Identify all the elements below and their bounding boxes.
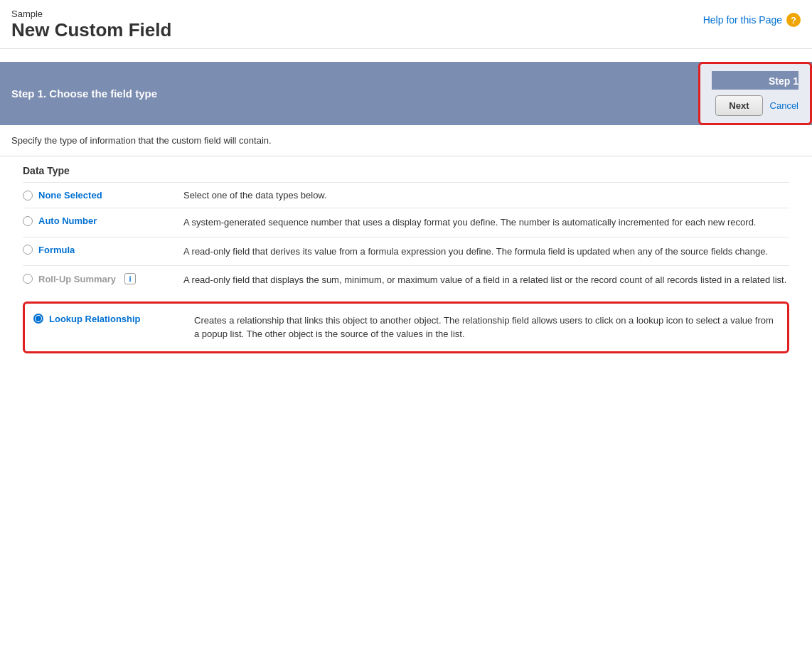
step-label-right: Step 1 [712,71,798,90]
next-button[interactable]: Next [715,95,762,116]
description-text: Specify the type of information that the… [0,125,812,156]
roll-up-summary-left: Roll-Up Summary i [23,273,172,284]
radio-formula[interactable] [23,245,33,255]
sample-label: Sample [11,9,171,19]
none-selected-left: None Selected [23,190,172,201]
auto-number-desc: A system-generated sequence number that … [183,215,789,230]
radio-none-selected[interactable] [23,191,33,201]
help-link-text: Help for this Page [703,14,782,26]
step-buttons: Next Cancel [715,95,798,116]
lookup-relationship-desc: Creates a relationship that links this o… [194,314,779,341]
step-banner-title: Step 1. Choose the field type [0,80,169,107]
formula-left: Formula [23,245,172,255]
page-title-section: Sample New Custom Field [11,9,171,41]
data-type-section: Data Type None Selected Select one of th… [11,156,801,353]
option-row-auto-number: Auto Number A system-generated sequence … [23,208,789,237]
formula-desc: A read-only field that derives its value… [183,245,789,259]
step-actions-box: Step 1 Next Cancel [698,62,812,125]
radio-roll-up-summary[interactable] [23,274,33,284]
help-icon: ? [786,13,801,27]
none-selected-label[interactable]: None Selected [38,190,102,201]
cancel-button[interactable]: Cancel [770,100,798,111]
none-selected-desc: Select one of the data types below. [183,190,789,201]
radio-auto-number[interactable] [23,216,33,226]
page-header: Sample New Custom Field Help for this Pa… [0,0,812,49]
option-row-formula: Formula A read-only field that derives i… [23,237,789,266]
auto-number-left: Auto Number [23,215,172,226]
help-link[interactable]: Help for this Page ? [703,9,801,27]
radio-lookup-relationship[interactable] [33,314,43,324]
lookup-relationship-label[interactable]: Lookup Relationship [49,314,141,324]
auto-number-label[interactable]: Auto Number [38,215,97,226]
lookup-relationship-left: Lookup Relationship [33,314,183,324]
page-title: New Custom Field [11,19,171,41]
step-banner: Step 1. Choose the field type Step 1 Nex… [0,62,812,125]
roll-up-summary-label[interactable]: Roll-Up Summary [38,274,116,284]
info-icon-roll-up[interactable]: i [124,273,136,284]
data-type-header: Data Type [23,156,789,182]
formula-label[interactable]: Formula [38,245,75,255]
option-row-lookup-relationship: Lookup Relationship Creates a relationsh… [23,302,789,353]
option-row-roll-up-summary: Roll-Up Summary i A read-only field that… [23,265,789,294]
main-content: Data Type None Selected Select one of th… [0,156,812,353]
roll-up-summary-desc: A read-only field that displays the sum,… [183,273,789,287]
option-row-none-selected: None Selected Select one of the data typ… [23,182,789,208]
